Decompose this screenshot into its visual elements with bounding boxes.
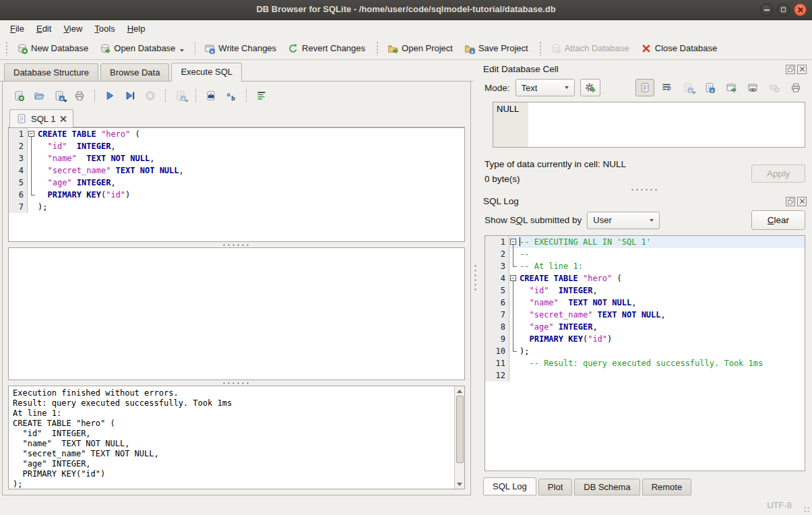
tab-plot[interactable]: Plot	[538, 479, 572, 495]
line-number: 2	[485, 248, 509, 260]
mode-label: Mode:	[485, 83, 510, 93]
write-changes-icon	[204, 43, 215, 54]
menu-tools[interactable]: Tools	[88, 22, 121, 36]
tab-sql-log[interactable]: SQL Log	[483, 477, 536, 495]
import-data-button[interactable]	[700, 79, 719, 96]
sql-log-view[interactable]: 1−-- EXECUTING ALL IN 'SQL 1'2--3-- At l…	[485, 235, 805, 471]
cell-edit-area[interactable]	[528, 102, 805, 147]
code-line: 4 "secret_name" TEXT NOT NULL,	[9, 164, 464, 177]
sql-log-title: SQL Log	[483, 196, 519, 206]
save-sql-file-button[interactable]	[50, 87, 69, 104]
menu-help[interactable]: Help	[121, 22, 152, 36]
execute-all-button[interactable]	[100, 87, 119, 104]
sql-code-editor[interactable]: 1−CREATE TABLE "hero" (2 "id" INTEGER,3 …	[8, 127, 465, 242]
execute-current-line-button[interactable]	[121, 87, 139, 104]
clear-log-button[interactable]: Clear	[751, 210, 805, 230]
open-url-button[interactable]	[743, 79, 762, 96]
tab-execute-sql[interactable]: Execute SQL	[171, 63, 242, 82]
close-panel-button[interactable]	[797, 197, 807, 206]
sql-tab-row: SQL 1	[8, 107, 465, 127]
close-panel-button[interactable]	[797, 65, 807, 74]
button-label: Close Database	[655, 43, 718, 53]
panel-splitter[interactable]	[473, 60, 478, 495]
tab-database-structure[interactable]: Database Structure	[4, 63, 98, 81]
close-database-button[interactable]: Close Database	[636, 40, 722, 57]
open-sql-file-button[interactable]	[30, 87, 49, 104]
button-label: Revert Changes	[302, 43, 365, 53]
results-view[interactable]	[8, 247, 465, 380]
scroll-up-icon[interactable]	[457, 386, 462, 396]
fold-marker-icon[interactable]: −	[510, 275, 516, 281]
code-line: 3 "name" TEXT NOT NULL,	[9, 152, 464, 164]
set-null-button	[765, 79, 784, 96]
find-replace-button[interactable]: ab	[222, 87, 241, 104]
tab-db-schema[interactable]: DB Schema	[574, 479, 639, 495]
fold-marker-icon[interactable]: −	[28, 131, 34, 137]
submitted-by-select[interactable]: User	[587, 212, 660, 229]
menu-file[interactable]: File	[4, 22, 30, 36]
toolbar-separator	[246, 89, 247, 102]
execution-message[interactable]: Execution finished without errors. Resul…	[9, 386, 454, 489]
message-scrollbar[interactable]	[454, 386, 464, 489]
minimize-icon	[764, 9, 770, 11]
export-data-button[interactable]	[722, 79, 741, 96]
results-message-splitter[interactable]	[8, 380, 465, 386]
print-cell-button[interactable]	[786, 79, 805, 96]
format-sql-button[interactable]	[252, 87, 271, 104]
dock-splitter[interactable]	[478, 187, 812, 192]
bottom-tab-bar: SQL LogPlotDB SchemaRemote	[478, 477, 812, 495]
attach-database-button: Attach Database	[546, 40, 634, 57]
button-label: Write Changes	[218, 43, 276, 53]
close-button[interactable]	[794, 3, 807, 16]
line-number: 2	[9, 140, 28, 152]
text-mode-button[interactable]	[635, 79, 654, 96]
close-database-icon	[641, 43, 652, 54]
cell-info-row: Type of data currently in cell: NULL 0 b…	[478, 148, 812, 187]
open-project-button[interactable]: Open Project	[383, 40, 458, 57]
resize-grip[interactable]	[803, 506, 810, 513]
float-panel-button[interactable]	[786, 65, 795, 74]
export-window-icon	[726, 82, 737, 93]
print-icon	[790, 82, 801, 93]
code-line: 9 PRIMARY KEY("id")	[485, 333, 805, 345]
print-sql-button[interactable]	[70, 87, 89, 104]
gear-icon	[585, 82, 596, 93]
tab-remote[interactable]: Remote	[642, 479, 692, 495]
save-project-button[interactable]: Save Project	[460, 40, 533, 57]
menu-view[interactable]: View	[57, 22, 88, 36]
scroll-down-icon[interactable]	[457, 479, 462, 489]
new-database-button[interactable]: New Database	[12, 40, 93, 57]
revert-changes-button[interactable]: Revert Changes	[283, 40, 370, 57]
cell-editor[interactable]: NULL	[493, 102, 805, 148]
code-line: 4−CREATE TABLE "hero" (	[485, 272, 805, 284]
execute-all-icon	[104, 90, 115, 101]
sql-document-tab[interactable]: SQL 1	[9, 109, 73, 127]
apply-settings-button[interactable]	[580, 79, 600, 96]
link-window-icon	[747, 82, 758, 93]
menu-edit[interactable]: Edit	[30, 22, 57, 36]
mode-select[interactable]: Text	[516, 79, 575, 96]
line-number: 10	[485, 345, 509, 357]
cell-size-info: 0 byte(s)	[485, 172, 626, 187]
find-button[interactable]	[201, 87, 220, 104]
editor-results-splitter[interactable]	[8, 242, 465, 247]
replace-icon: ab	[226, 90, 237, 101]
float-panel-button[interactable]	[786, 197, 795, 206]
write-changes-button[interactable]: Write Changes	[199, 40, 281, 57]
button-label: Attach Database	[565, 43, 629, 53]
line-number: 12	[485, 369, 509, 382]
sql-editor-toolbar: ab	[8, 84, 465, 107]
tab-browse-data[interactable]: Browse Data	[100, 63, 169, 81]
svg-text:b: b	[231, 95, 235, 102]
execute-line-icon	[125, 90, 135, 101]
open-database-button[interactable]: Open Database	[95, 40, 189, 57]
fold-marker-icon[interactable]: −	[510, 239, 516, 245]
maximize-button[interactable]	[777, 3, 790, 16]
minimize-button[interactable]	[760, 3, 773, 16]
toolbar-separator	[195, 89, 196, 102]
word-wrap-button[interactable]	[657, 79, 676, 96]
close-tab-icon[interactable]	[59, 115, 67, 123]
scrollbar-thumb[interactable]	[456, 396, 464, 463]
open-tab-button[interactable]	[9, 87, 28, 104]
svg-text:a: a	[227, 91, 231, 98]
